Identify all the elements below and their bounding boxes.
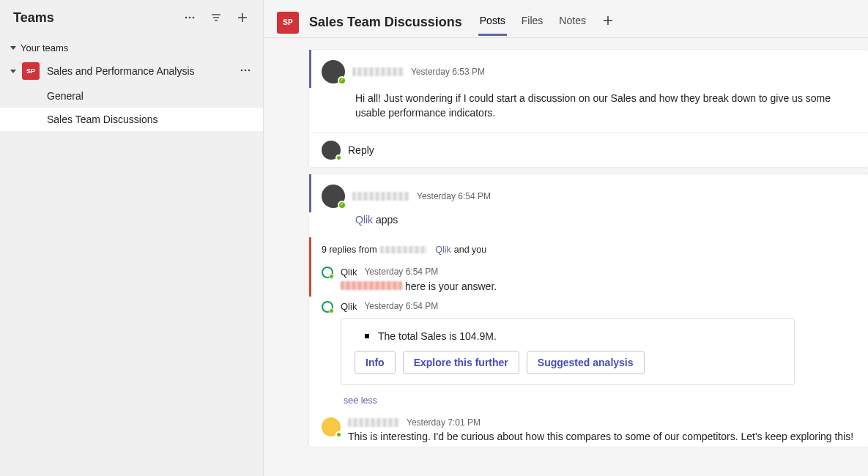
posts-feed[interactable]: Yesterday 6:53 PM Hi all! Just wondering… <box>264 38 868 476</box>
reply-author: Qlik <box>341 267 357 278</box>
post: Yesterday 6:53 PM Hi all! Just wondering… <box>309 50 868 167</box>
team-row[interactable]: SP Sales and Performance Analysis <box>0 58 263 84</box>
post-body: Qlik apps <box>311 212 868 237</box>
bot-answer: The total Sales is 104.9M. <box>355 330 781 351</box>
team-name: Sales and Performance Analysis <box>47 65 228 77</box>
channel-team-badge: SP <box>277 12 299 34</box>
reply-message: Qlik Yesterday 6:54 PM The total Sales i… <box>311 297 868 393</box>
bot-actions: Info Explore this further Suggested anal… <box>355 351 781 374</box>
channel-title: Sales Team Discussions <box>309 15 462 30</box>
svg-point-9 <box>245 69 247 71</box>
author-name <box>352 67 404 76</box>
more-icon[interactable] <box>179 7 200 28</box>
reply-body: here is your answer. <box>405 280 497 292</box>
presence-available-icon <box>338 201 346 209</box>
bot-avatar[interactable] <box>322 267 333 278</box>
team-more-icon[interactable] <box>235 64 256 78</box>
post: Yesterday 6:54 PM Qlik apps 9 replies fr… <box>309 174 868 447</box>
thread-author-1 <box>380 246 427 253</box>
section-label: Your teams <box>21 42 68 53</box>
caret-down-icon <box>10 70 16 73</box>
presence-available-icon <box>335 155 342 161</box>
avatar[interactable] <box>322 417 341 436</box>
bullet-icon <box>365 334 369 338</box>
post-body: Hi all! Just wondering if I could start … <box>311 88 868 133</box>
author-name <box>352 192 409 201</box>
qlik-link[interactable]: Qlik <box>355 214 373 226</box>
post-body-rest: apps <box>373 214 398 226</box>
reply-label: Reply <box>348 144 374 156</box>
svg-point-1 <box>189 17 191 19</box>
suggested-analysis-button[interactable]: Suggested analysis <box>527 351 645 374</box>
svg-point-2 <box>193 17 195 19</box>
team-badge: SP <box>22 62 40 80</box>
tab-notes[interactable]: Notes <box>557 7 587 37</box>
post-timestamp: Yesterday 6:54 PM <box>417 191 491 201</box>
thread-suffix: and you <box>454 245 486 255</box>
add-team-icon[interactable] <box>232 7 253 28</box>
channel-header: SP Sales Team Discussions Posts Files No… <box>264 0 868 38</box>
reply-message: Yesterday 7:01 PM This is interesting. I… <box>311 413 868 447</box>
post-header: Yesterday 6:54 PM <box>309 174 868 212</box>
see-less-link[interactable]: see less <box>311 393 868 413</box>
channel-sales-team-discussions[interactable]: Sales Team Discussions <box>0 108 263 131</box>
channel-general[interactable]: General <box>0 84 263 108</box>
your-teams-section[interactable]: Your teams <box>0 38 263 58</box>
reply-author: Qlik <box>341 301 357 312</box>
svg-point-0 <box>185 17 188 19</box>
svg-point-10 <box>248 69 251 71</box>
reply-message: Qlik Yesterday 6:54 PM here is your answ… <box>309 262 868 297</box>
caret-down-icon <box>10 46 16 50</box>
explore-button[interactable]: Explore this further <box>403 351 519 374</box>
presence-available-icon <box>338 76 346 85</box>
post-header: Yesterday 6:53 PM <box>309 50 868 88</box>
avatar <box>322 141 341 160</box>
reply-timestamp: Yesterday 6:54 PM <box>364 267 438 277</box>
thread-link-qlik[interactable]: Qlik <box>435 245 451 255</box>
bot-answer-text: The total Sales is 104.9M. <box>378 330 497 342</box>
svg-point-8 <box>241 69 243 71</box>
bot-card: The total Sales is 104.9M. Info Explore … <box>341 318 795 385</box>
reply-body: This is interesting. I'd be curious abou… <box>348 428 858 442</box>
avatar[interactable] <box>322 60 345 83</box>
tab-posts[interactable]: Posts <box>478 7 507 37</box>
reply-button[interactable]: Reply <box>311 133 868 167</box>
avatar[interactable] <box>322 185 345 208</box>
tab-files[interactable]: Files <box>520 7 545 37</box>
presence-available-icon <box>335 431 342 438</box>
teams-sidebar: Teams Your teams SP Sales and Performanc… <box>0 0 264 476</box>
main-panel: SP Sales Team Discussions Posts Files No… <box>264 0 868 476</box>
reply-author <box>348 418 399 427</box>
add-tab-icon[interactable] <box>601 7 615 37</box>
presence-available-icon <box>329 308 334 313</box>
bot-avatar[interactable] <box>322 301 333 313</box>
thread-summary[interactable]: 9 replies from Qlik and you <box>309 237 868 262</box>
reply-timestamp: Yesterday 6:54 PM <box>364 301 438 311</box>
mention <box>341 281 402 290</box>
presence-available-icon <box>329 274 334 279</box>
post-timestamp: Yesterday 6:53 PM <box>411 67 485 77</box>
thread-prefix: 9 replies from <box>322 245 377 255</box>
info-button[interactable]: Info <box>355 351 396 374</box>
reply-timestamp: Yesterday 7:01 PM <box>407 417 481 428</box>
channel-tabs: Posts Files Notes <box>478 7 615 37</box>
sidebar-header: Teams <box>0 0 263 38</box>
filter-icon[interactable] <box>206 7 226 28</box>
sidebar-title: Teams <box>13 10 174 26</box>
